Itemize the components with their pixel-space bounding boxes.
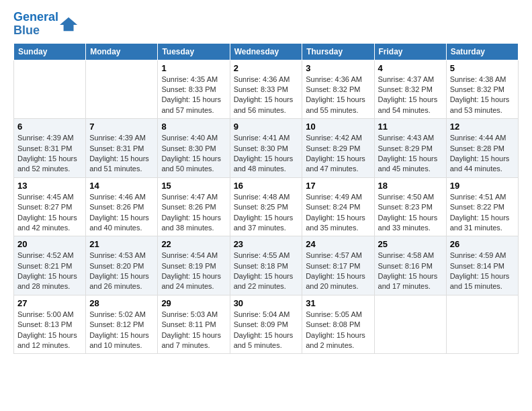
day-number: 8 — [161, 122, 226, 132]
day-info: Sunrise: 4:43 AM Sunset: 8:29 PM Dayligh… — [378, 133, 443, 175]
day-info: Sunrise: 4:45 AM Sunset: 8:27 PM Dayligh… — [17, 192, 82, 234]
day-info: Sunrise: 4:57 AM Sunset: 8:17 PM Dayligh… — [306, 250, 370, 292]
calendar-table: SundayMondayTuesdayWednesdayThursdayFrid… — [13, 43, 519, 355]
calendar-cell: 11Sunrise: 4:43 AM Sunset: 8:29 PM Dayli… — [374, 119, 446, 178]
day-number: 11 — [378, 122, 443, 132]
calendar-cell: 7Sunrise: 4:39 AM Sunset: 8:31 PM Daylig… — [86, 119, 158, 178]
weekday-label: Saturday — [446, 43, 518, 60]
calendar-cell: 30Sunrise: 5:04 AM Sunset: 8:09 PM Dayli… — [230, 295, 302, 354]
day-info: Sunrise: 4:35 AM Sunset: 8:33 PM Dayligh… — [161, 75, 226, 116]
day-info: Sunrise: 5:00 AM Sunset: 8:13 PM Dayligh… — [17, 310, 82, 351]
calendar-cell: 18Sunrise: 4:50 AM Sunset: 8:23 PM Dayli… — [374, 177, 446, 236]
day-info: Sunrise: 4:49 AM Sunset: 8:24 PM Dayligh… — [306, 192, 370, 234]
day-number: 23 — [234, 239, 299, 249]
day-info: Sunrise: 4:59 AM Sunset: 8:14 PM Dayligh… — [450, 250, 515, 292]
day-info: Sunrise: 4:37 AM Sunset: 8:32 PM Dayligh… — [378, 75, 443, 116]
day-info: Sunrise: 4:58 AM Sunset: 8:16 PM Dayligh… — [378, 250, 443, 292]
calendar-cell: 9Sunrise: 4:41 AM Sunset: 8:30 PM Daylig… — [230, 119, 302, 178]
calendar-week-row: 13Sunrise: 4:45 AM Sunset: 8:27 PM Dayli… — [14, 177, 519, 236]
logo-icon — [60, 15, 79, 34]
day-number: 20 — [17, 239, 82, 249]
calendar-cell: 26Sunrise: 4:59 AM Sunset: 8:14 PM Dayli… — [446, 236, 518, 295]
page-header: GeneralBlue — [13, 11, 519, 38]
calendar-week-row: 20Sunrise: 4:52 AM Sunset: 8:21 PM Dayli… — [14, 236, 519, 295]
day-number: 3 — [306, 63, 370, 73]
day-info: Sunrise: 5:04 AM Sunset: 8:09 PM Dayligh… — [234, 310, 299, 351]
day-info: Sunrise: 4:48 AM Sunset: 8:25 PM Dayligh… — [234, 192, 299, 234]
calendar-cell — [374, 295, 446, 354]
calendar-cell: 21Sunrise: 4:53 AM Sunset: 8:20 PM Dayli… — [86, 236, 158, 295]
day-number: 10 — [306, 122, 370, 132]
calendar-week-row: 27Sunrise: 5:00 AM Sunset: 8:13 PM Dayli… — [14, 295, 519, 354]
day-info: Sunrise: 4:41 AM Sunset: 8:30 PM Dayligh… — [234, 133, 299, 175]
calendar-cell: 24Sunrise: 4:57 AM Sunset: 8:17 PM Dayli… — [302, 236, 374, 295]
day-info: Sunrise: 4:55 AM Sunset: 8:18 PM Dayligh… — [234, 250, 299, 292]
weekday-label: Tuesday — [158, 43, 230, 60]
calendar-cell: 10Sunrise: 4:42 AM Sunset: 8:29 PM Dayli… — [302, 119, 374, 178]
calendar-cell: 31Sunrise: 5:05 AM Sunset: 8:08 PM Dayli… — [302, 295, 374, 354]
day-info: Sunrise: 4:50 AM Sunset: 8:23 PM Dayligh… — [378, 192, 443, 234]
day-info: Sunrise: 4:53 AM Sunset: 8:20 PM Dayligh… — [89, 250, 154, 292]
day-number: 26 — [450, 239, 515, 249]
calendar-cell — [86, 60, 158, 119]
day-number: 1 — [161, 63, 226, 73]
day-number: 7 — [89, 122, 154, 132]
calendar-cell: 20Sunrise: 4:52 AM Sunset: 8:21 PM Dayli… — [14, 236, 86, 295]
calendar-cell: 5Sunrise: 4:38 AM Sunset: 8:32 PM Daylig… — [446, 60, 518, 119]
calendar-cell: 14Sunrise: 4:46 AM Sunset: 8:26 PM Dayli… — [86, 177, 158, 236]
logo: GeneralBlue — [13, 11, 79, 38]
day-info: Sunrise: 4:51 AM Sunset: 8:22 PM Dayligh… — [450, 192, 515, 234]
day-info: Sunrise: 4:36 AM Sunset: 8:32 PM Dayligh… — [306, 75, 370, 116]
day-number: 30 — [234, 298, 299, 308]
day-info: Sunrise: 4:47 AM Sunset: 8:26 PM Dayligh… — [161, 192, 226, 234]
day-number: 2 — [234, 63, 299, 73]
calendar-cell: 25Sunrise: 4:58 AM Sunset: 8:16 PM Dayli… — [374, 236, 446, 295]
day-number: 13 — [17, 181, 82, 191]
day-number: 5 — [450, 63, 515, 73]
calendar-cell: 19Sunrise: 4:51 AM Sunset: 8:22 PM Dayli… — [446, 177, 518, 236]
calendar-cell: 8Sunrise: 4:40 AM Sunset: 8:30 PM Daylig… — [158, 119, 230, 178]
calendar-cell: 23Sunrise: 4:55 AM Sunset: 8:18 PM Dayli… — [230, 236, 302, 295]
day-number: 17 — [306, 181, 370, 191]
calendar-cell: 28Sunrise: 5:02 AM Sunset: 8:12 PM Dayli… — [86, 295, 158, 354]
weekday-label: Sunday — [14, 43, 86, 60]
day-info: Sunrise: 4:39 AM Sunset: 8:31 PM Dayligh… — [17, 133, 82, 175]
day-number: 25 — [378, 239, 443, 249]
calendar-cell: 29Sunrise: 5:03 AM Sunset: 8:11 PM Dayli… — [158, 295, 230, 354]
calendar-cell: 12Sunrise: 4:44 AM Sunset: 8:28 PM Dayli… — [446, 119, 518, 178]
day-info: Sunrise: 5:05 AM Sunset: 8:08 PM Dayligh… — [306, 310, 370, 351]
day-number: 12 — [450, 122, 515, 132]
logo-text: GeneralBlue — [13, 11, 58, 38]
calendar-cell: 1Sunrise: 4:35 AM Sunset: 8:33 PM Daylig… — [158, 60, 230, 119]
calendar-cell: 17Sunrise: 4:49 AM Sunset: 8:24 PM Dayli… — [302, 177, 374, 236]
calendar-cell: 6Sunrise: 4:39 AM Sunset: 8:31 PM Daylig… — [14, 119, 86, 178]
day-number: 27 — [17, 298, 82, 308]
day-number: 28 — [89, 298, 154, 308]
calendar-week-row: 1Sunrise: 4:35 AM Sunset: 8:33 PM Daylig… — [14, 60, 519, 119]
calendar-cell: 27Sunrise: 5:00 AM Sunset: 8:13 PM Dayli… — [14, 295, 86, 354]
day-number: 24 — [306, 239, 370, 249]
day-info: Sunrise: 4:46 AM Sunset: 8:26 PM Dayligh… — [89, 192, 154, 234]
day-number: 9 — [234, 122, 299, 132]
calendar-cell: 13Sunrise: 4:45 AM Sunset: 8:27 PM Dayli… — [14, 177, 86, 236]
weekday-header-row: SundayMondayTuesdayWednesdayThursdayFrid… — [14, 43, 519, 60]
day-info: Sunrise: 4:54 AM Sunset: 8:19 PM Dayligh… — [161, 250, 226, 292]
weekday-label: Friday — [374, 43, 446, 60]
calendar-cell: 3Sunrise: 4:36 AM Sunset: 8:32 PM Daylig… — [302, 60, 374, 119]
day-number: 21 — [89, 239, 154, 249]
day-number: 4 — [378, 63, 443, 73]
day-info: Sunrise: 4:52 AM Sunset: 8:21 PM Dayligh… — [17, 250, 82, 292]
day-info: Sunrise: 5:02 AM Sunset: 8:12 PM Dayligh… — [89, 310, 154, 351]
calendar-cell: 4Sunrise: 4:37 AM Sunset: 8:32 PM Daylig… — [374, 60, 446, 119]
calendar-cell — [14, 60, 86, 119]
calendar-cell: 22Sunrise: 4:54 AM Sunset: 8:19 PM Dayli… — [158, 236, 230, 295]
day-number: 22 — [161, 239, 226, 249]
day-number: 15 — [161, 181, 226, 191]
day-number: 19 — [450, 181, 515, 191]
calendar-week-row: 6Sunrise: 4:39 AM Sunset: 8:31 PM Daylig… — [14, 119, 519, 178]
day-info: Sunrise: 4:38 AM Sunset: 8:32 PM Dayligh… — [450, 75, 515, 116]
calendar-cell: 2Sunrise: 4:36 AM Sunset: 8:33 PM Daylig… — [230, 60, 302, 119]
weekday-label: Wednesday — [230, 43, 302, 60]
day-info: Sunrise: 4:40 AM Sunset: 8:30 PM Dayligh… — [161, 133, 226, 175]
day-number: 14 — [89, 181, 154, 191]
